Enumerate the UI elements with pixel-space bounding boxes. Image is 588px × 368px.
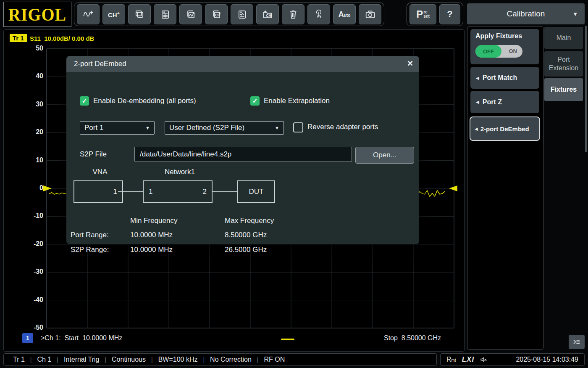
close-icon[interactable]: ✕	[407, 59, 413, 68]
check-icon: ✓	[82, 97, 87, 105]
window-layout-button[interactable]	[128, 4, 151, 24]
screenshot-button[interactable]	[359, 4, 381, 24]
add-trace-button[interactable]	[77, 4, 100, 24]
y-axis-tick: -40	[20, 296, 43, 304]
trace-plus-icon	[82, 8, 94, 20]
s2p-range-label: S2P Range:	[71, 246, 109, 254]
status-item: No Correction	[210, 356, 252, 363]
rigol-logo: RIGOL	[3, 2, 71, 27]
tab-main[interactable]: Main	[544, 27, 583, 49]
tab-fixtures[interactable]: Fixtures	[544, 78, 583, 101]
trace-window-plus-icon	[184, 8, 197, 20]
channel1-badge[interactable]: 1	[22, 333, 33, 343]
setup-edit-button[interactable]	[231, 4, 253, 24]
status-bar: Tr 1|Ch 1|Internal Trig|Continuous|BW=10…	[3, 353, 437, 366]
start-frequency-label: >Ch 1: Start 10.0000 MHz	[41, 334, 122, 342]
trash-icon	[287, 8, 299, 20]
two-port-deembed-dialog: 2-port DeEmbed ✕ ✓ Enable De-embedding (…	[66, 56, 419, 244]
auto-scale-button[interactable]: Auto	[333, 4, 356, 24]
vna-box: 1	[74, 180, 123, 203]
port-range-min: 10.0000 MHz	[130, 231, 173, 239]
touch-mode-button[interactable]	[307, 4, 330, 24]
network1-box: 1 2	[143, 180, 213, 203]
status-divider: |	[30, 356, 32, 363]
calibration-menu-button[interactable]: Calibration ▼	[467, 3, 585, 24]
status-item: BW=100 kHz	[158, 356, 198, 363]
s2p-file-input[interactable]: /data/UserData/line/line4.s2p	[134, 147, 352, 162]
status-divider: |	[257, 356, 259, 363]
connector-line	[118, 191, 143, 192]
apply-fixtures-group: Apply Fixtures OFF ON	[470, 29, 539, 64]
port-range-max: 8.50000 GHz	[225, 231, 267, 239]
reverse-adapter-ports-label: Reverse adapter ports	[307, 123, 378, 131]
status-item: Continuous	[112, 356, 146, 363]
channel-plus-icon: CH+	[108, 11, 120, 18]
enable-deembedding-checkbox[interactable]: ✓	[80, 96, 89, 106]
add-trace-window-button[interactable]	[179, 4, 202, 24]
y-axis-tick: 50	[20, 45, 43, 52]
s2p-file-label: S2P File	[80, 150, 107, 159]
datetime-display: 2025-08-15 14:03:49	[516, 356, 578, 363]
calibration-menu-panel: Apply Fixtures OFF ON ◀ Port Match ◀ Por…	[467, 26, 543, 350]
menu-collapse-button[interactable]	[569, 335, 585, 349]
speaker-muted-icon	[479, 356, 488, 363]
setup-list-plus-icon	[236, 8, 248, 20]
toggle-off-state[interactable]: OFF	[475, 45, 501, 58]
port-match-button[interactable]: ◀ Port Match	[470, 67, 539, 89]
windows-stack-icon	[133, 8, 146, 20]
y-axis-tick: 20	[20, 128, 43, 136]
sidebar-scrollbar[interactable]	[585, 26, 587, 152]
add-channel-window-button[interactable]: CH	[205, 4, 228, 24]
preset-icon: P reset	[416, 8, 429, 20]
s2p-range-max: 26.5000 GHz	[225, 246, 267, 254]
trace1-info: S11 10.00dB/ 0.00 dB	[30, 35, 94, 42]
tab-port-extension[interactable]: Port Extension	[544, 51, 583, 77]
enable-extrapolation-checkbox[interactable]: ✓	[250, 96, 260, 106]
two-port-deembed-button[interactable]: ◀ 2-port DeEmbed	[470, 116, 540, 141]
s2p-range-min: 10.0000 MHz	[130, 246, 173, 254]
status-item: RF ON	[264, 356, 285, 363]
y-axis-tick: -50	[20, 324, 43, 331]
trace-color-indicator	[281, 339, 294, 340]
toggle-on-state[interactable]: ON	[509, 48, 517, 54]
status-divider: |	[203, 356, 205, 363]
delete-button[interactable]	[282, 4, 304, 24]
enable-extrapolation-label: Enable Extrapolation	[264, 97, 330, 105]
open-file-button[interactable]: Open...	[355, 147, 414, 164]
add-channel-button[interactable]: CH+	[102, 4, 125, 24]
network1-label: Network1	[155, 168, 205, 176]
y-axis-tick: -10	[20, 212, 43, 220]
touch-icon	[312, 8, 325, 20]
enable-deembedding-label: Enable De-embedding (all ports)	[93, 97, 196, 105]
apply-fixtures-toggle[interactable]: OFF ON	[475, 45, 522, 58]
remote-indicator: Rmt	[446, 356, 456, 363]
rigol-logo-text: RIGOL	[8, 4, 66, 24]
svg-text:CH: CH	[215, 13, 220, 17]
new-report-button[interactable]	[154, 4, 176, 24]
dialog-body: ✓ Enable De-embedding (all ports) ✓ Enab…	[66, 72, 419, 244]
port-range-label: Port Range:	[71, 231, 109, 239]
svg-text:CH: CH	[266, 14, 271, 18]
status-item: Ch 1	[37, 356, 52, 363]
connector-line	[213, 191, 237, 192]
lxi-indicator: LXI	[462, 355, 474, 364]
channel-folder-button[interactable]: CH	[256, 4, 279, 24]
port-select-dropdown[interactable]: Port 1 ▼	[80, 121, 155, 135]
port-z-button[interactable]: ◀ Port Z	[470, 91, 539, 113]
left-arrow-icon: ◀	[476, 76, 479, 80]
status-divider: |	[151, 356, 153, 363]
dialog-titlebar[interactable]: 2-port DeEmbed ✕	[66, 56, 419, 72]
dialog-title: 2-port DeEmbed	[74, 60, 126, 68]
help-button[interactable]: ?	[439, 4, 460, 24]
reverse-adapter-ports-checkbox[interactable]	[293, 122, 303, 132]
trace1-badge[interactable]: Tr 1	[10, 34, 27, 42]
stop-frequency-label: Stop 8.50000 GHz	[384, 334, 441, 342]
check-icon: ✓	[252, 97, 258, 105]
adapter-type-dropdown[interactable]: User Defined (S2P File) ▼	[165, 121, 284, 135]
left-arrow-icon: ◀	[476, 100, 479, 104]
report-table-plus-icon	[159, 8, 171, 20]
dut-box: DUT	[237, 180, 275, 203]
preset-button[interactable]: P reset	[410, 4, 436, 24]
y-axis-tick: 10	[20, 156, 43, 164]
channel-window-plus-icon: CH	[210, 8, 223, 20]
